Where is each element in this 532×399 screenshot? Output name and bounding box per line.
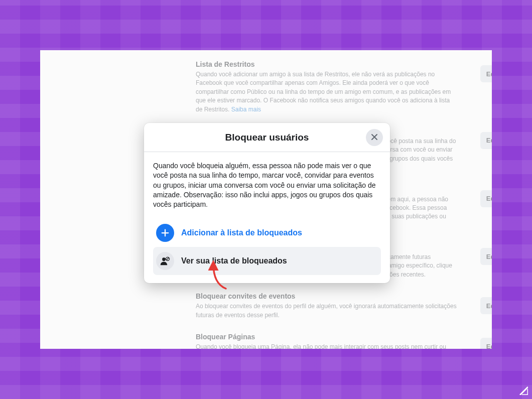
plus-icon [156,224,174,242]
modal-description: Quando você bloqueia alguém, essa pessoa… [153,161,381,210]
edit-button[interactable]: Edit [480,190,492,207]
edit-button[interactable]: Edit [480,338,492,349]
modal-body: Quando você bloqueia alguém, essa pessoa… [144,152,390,283]
block-pages-section: Bloquear Páginas Quando você bloqueia um… [196,333,482,349]
close-button[interactable] [366,129,383,146]
edit-button[interactable]: Edit [480,297,492,314]
svg-point-0 [162,257,166,261]
add-to-block-list-option[interactable]: Adicionar à lista de bloqueados [153,219,381,247]
svg-line-2 [167,257,169,260]
option-label: Adicionar à lista de bloqueados [181,228,302,237]
restricted-list-section: Lista de Restritos Quando você adicionar… [196,60,482,114]
person-blocked-icon [156,252,174,270]
option-label: Ver sua lista de bloqueados [181,256,287,265]
section-title: Lista de Restritos [196,60,457,68]
learn-more-link[interactable]: Saiba mais [231,106,261,113]
section-title: Bloquear convites de eventos [196,292,457,300]
edit-button[interactable]: Edit [480,65,492,82]
block-users-modal: Bloquear usuários Quando você bloqueia a… [144,123,390,283]
section-description: Ao bloquear convites de eventos do perfi… [196,302,457,320]
section-title: Bloquear Páginas [196,333,457,341]
section-description: Quando você adicionar um amigo à sua lis… [196,70,457,114]
edit-button[interactable]: Edit [480,132,492,149]
block-event-invites-section: Bloquear convites de eventos Ao bloquear… [196,292,482,320]
section-description: Quando você bloqueia uma Página, ela não… [196,343,457,349]
close-icon [370,133,378,143]
corner-bracket-icon [517,384,528,395]
modal-header: Bloquear usuários [144,123,390,152]
edit-button[interactable]: Edit [480,248,492,265]
modal-title: Bloquear usuários [225,132,309,143]
view-block-list-option[interactable]: Ver sua lista de bloqueados [153,247,381,275]
